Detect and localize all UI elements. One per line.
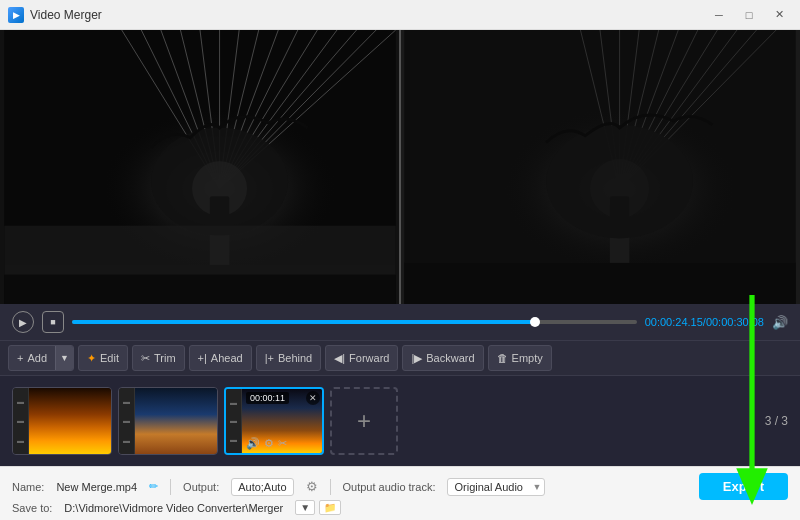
svg-point-37 xyxy=(546,125,693,239)
bottom-bar: Name: New Merge.mp4 ✏ Output: Auto;Auto … xyxy=(0,466,800,520)
clip-controls: 🔊 ⚙ ✂ xyxy=(246,437,287,450)
window-controls: ─ □ ✕ xyxy=(706,5,792,25)
audio-track-select-wrapper: Original Audio ▼ xyxy=(447,478,545,496)
clip-item[interactable]: ▬▬▬ xyxy=(118,387,218,455)
progress-track[interactable] xyxy=(72,320,637,324)
trim-button[interactable]: ✂ Trim xyxy=(132,345,185,371)
forward-icon: ◀| xyxy=(334,352,345,365)
title-bar: ▶ Video Merger ─ □ ✕ xyxy=(0,0,800,30)
video-preview xyxy=(0,30,800,304)
trim-icon: ✂ xyxy=(141,352,150,365)
clip-cut-button[interactable]: ✂ xyxy=(278,437,287,450)
clip-settings-button[interactable]: ⚙ xyxy=(264,437,274,450)
empty-button[interactable]: 🗑 Empty xyxy=(488,345,552,371)
behind-button[interactable]: |+ Behind xyxy=(256,345,322,371)
clip-strip: ▬▬▬ xyxy=(13,388,29,454)
clip-strip: ▬▬▬ xyxy=(119,388,135,454)
progress-thumb xyxy=(530,317,540,327)
close-button[interactable]: ✕ xyxy=(766,5,792,25)
minimize-button[interactable]: ─ xyxy=(706,5,732,25)
clip-track: ▬▬▬ ▬▬▬ ▬▬▬ 00:00:11 xyxy=(0,376,800,466)
name-value: New Merge.mp4 xyxy=(56,481,137,493)
add-label: Add xyxy=(27,352,47,364)
folder-dropdown-button[interactable]: ▼ xyxy=(295,500,315,515)
volume-icon[interactable]: 🔊 xyxy=(772,315,788,330)
name-label: Name: xyxy=(12,481,44,493)
name-edit-icon[interactable]: ✏ xyxy=(149,480,158,493)
separator xyxy=(170,479,171,495)
folder-buttons: ▼ 📁 xyxy=(295,500,341,515)
svg-rect-21 xyxy=(4,226,395,275)
play-button[interactable]: ▶ xyxy=(12,311,34,333)
add-dropdown-button[interactable]: ▼ xyxy=(55,346,73,370)
app-title: Video Merger xyxy=(30,8,706,22)
save-label: Save to: xyxy=(12,502,52,514)
ahead-icon: +| xyxy=(198,352,207,364)
add-main-button[interactable]: + Add xyxy=(9,346,55,370)
clip-strip: ▬▬▬ xyxy=(226,389,242,453)
stop-button[interactable]: ■ xyxy=(42,311,64,333)
clip-count: 3 / 3 xyxy=(765,414,788,428)
backward-button[interactable]: |▶ Backward xyxy=(402,345,483,371)
timeline-bar: ▶ ■ 00:00:24.15/00:00:30.08 🔊 xyxy=(0,304,800,340)
time-display: 00:00:24.15/00:00:30.08 xyxy=(645,316,764,328)
maximize-button[interactable]: □ xyxy=(736,5,762,25)
output-label: Output: xyxy=(183,481,219,493)
empty-icon: 🗑 xyxy=(497,352,508,364)
clip-image xyxy=(135,388,217,454)
svg-rect-38 xyxy=(404,263,795,304)
preview-split xyxy=(0,30,800,304)
add-button-group: + Add ▼ xyxy=(8,345,74,371)
audio-label: Output audio track: xyxy=(343,481,436,493)
toolbar: + Add ▼ ✦ Edit ✂ Trim +| Ahead |+ Behind… xyxy=(0,340,800,376)
add-clip-button[interactable]: + xyxy=(330,387,398,455)
add-icon: + xyxy=(17,352,23,364)
clip-close-button[interactable]: ✕ xyxy=(306,391,320,405)
clip-item-active[interactable]: ▬▬▬ 00:00:11 ✕ 🔊 ⚙ ✂ xyxy=(224,387,324,455)
export-button[interactable]: Export xyxy=(699,473,788,500)
ahead-button[interactable]: +| Ahead xyxy=(189,345,252,371)
save-path: D:\Vidmore\Vidmore Video Converter\Merge… xyxy=(64,502,283,514)
behind-icon: |+ xyxy=(265,352,274,364)
backward-icon: |▶ xyxy=(411,352,422,365)
separator xyxy=(330,479,331,495)
clip-duration: 00:00:11 xyxy=(246,392,289,404)
gear-icon[interactable]: ⚙ xyxy=(306,479,318,494)
progress-fill xyxy=(72,320,535,324)
app-icon: ▶ xyxy=(8,7,24,23)
forward-button[interactable]: ◀| Forward xyxy=(325,345,398,371)
preview-right xyxy=(400,30,800,304)
main-container: ▶ ■ 00:00:24.15/00:00:30.08 🔊 + Add ▼ ✦ … xyxy=(0,30,800,520)
audio-track-select[interactable]: Original Audio xyxy=(447,478,545,496)
svg-point-19 xyxy=(151,128,288,236)
folder-open-button[interactable]: 📁 xyxy=(319,500,341,515)
edit-icon: ✦ xyxy=(87,352,96,365)
clip-image xyxy=(29,388,111,454)
clip-volume-button[interactable]: 🔊 xyxy=(246,437,260,450)
edit-button[interactable]: ✦ Edit xyxy=(78,345,128,371)
output-select[interactable]: Auto;Auto xyxy=(231,478,293,496)
preview-left xyxy=(0,30,400,304)
clip-item[interactable]: ▬▬▬ xyxy=(12,387,112,455)
bottom-row-top: Name: New Merge.mp4 ✏ Output: Auto;Auto … xyxy=(12,473,788,500)
bottom-row-save: Save to: D:\Vidmore\Vidmore Video Conver… xyxy=(12,500,788,515)
